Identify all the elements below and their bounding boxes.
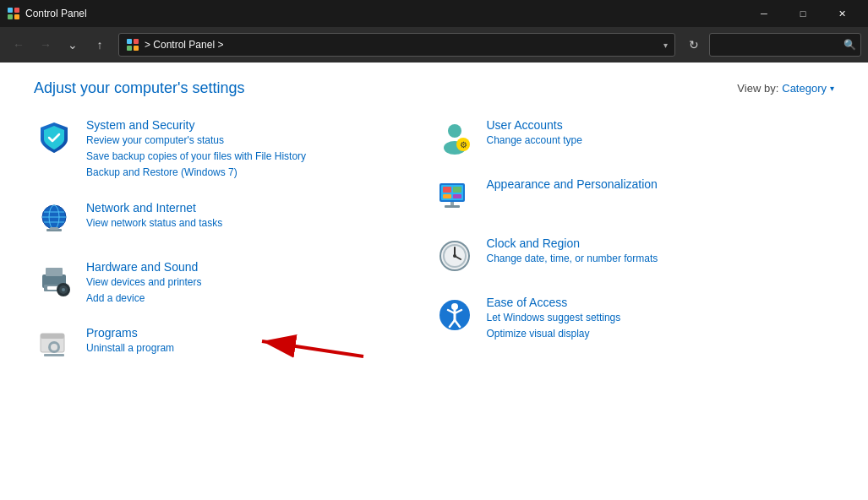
clock-region-item: Clock and Region Change date, time, or n… bbox=[434, 236, 835, 276]
svg-rect-2 bbox=[8, 14, 13, 19]
panel-grid: System and Security Review your computer… bbox=[34, 117, 834, 384]
system-security-icon bbox=[34, 117, 74, 158]
app-icon bbox=[7, 7, 20, 20]
svg-rect-3 bbox=[14, 14, 19, 19]
address-bar: ← → ⌄ ↑ > Control Panel > ▾ ↻ 🔍 bbox=[0, 27, 868, 62]
viewby-value[interactable]: Category bbox=[782, 82, 827, 95]
up-button[interactable]: ↑ bbox=[88, 33, 112, 57]
system-security-title[interactable]: System and Security bbox=[86, 118, 194, 132]
svg-rect-4 bbox=[127, 39, 132, 44]
system-security-link-3[interactable]: Backup and Restore (Windows 7) bbox=[86, 165, 434, 181]
viewby-dropdown-icon[interactable]: ▾ bbox=[830, 84, 834, 93]
user-accounts-link-1[interactable]: Change account type bbox=[487, 133, 835, 149]
svg-point-21 bbox=[62, 288, 65, 291]
main-content: Adjust your computer's settings View by:… bbox=[0, 62, 868, 500]
svg-rect-37 bbox=[450, 202, 454, 205]
window-title: Control Panel bbox=[25, 8, 87, 19]
programs-link-1[interactable]: Uninstall a program bbox=[86, 340, 434, 356]
titlebar-left: Control Panel bbox=[7, 7, 87, 20]
ease-access-item: Ease of Access Let Windows suggest setti… bbox=[434, 295, 835, 342]
search-input[interactable] bbox=[717, 39, 843, 51]
system-security-link-1[interactable]: Review your computer's status bbox=[86, 133, 434, 149]
svg-point-27 bbox=[448, 124, 461, 138]
appearance-item: Appearance and Personalization bbox=[434, 177, 835, 217]
user-accounts-text: User Accounts Change account type bbox=[487, 117, 835, 149]
svg-rect-14 bbox=[50, 227, 58, 230]
svg-rect-33 bbox=[443, 187, 451, 193]
appearance-icon bbox=[434, 177, 475, 217]
header-row: Adjust your computer's settings View by:… bbox=[34, 79, 834, 97]
clock-region-icon bbox=[434, 236, 475, 276]
appearance-text: Appearance and Personalization bbox=[487, 177, 835, 192]
hardware-sound-item: Hardware and Sound View devices and prin… bbox=[34, 259, 434, 307]
window-controls: ─ □ ✕ bbox=[745, 0, 861, 27]
hardware-sound-title[interactable]: Hardware and Sound bbox=[86, 260, 198, 274]
network-internet-link-1[interactable]: View network status and tasks bbox=[86, 215, 434, 231]
system-security-link-2[interactable]: Save backup copies of your files with Fi… bbox=[86, 149, 434, 165]
user-accounts-title[interactable]: User Accounts bbox=[487, 118, 563, 132]
programs-icon bbox=[34, 325, 74, 366]
search-box[interactable]: 🔍 bbox=[709, 33, 861, 57]
viewby-label: View by: bbox=[737, 82, 778, 95]
left-column: System and Security Review your computer… bbox=[34, 117, 434, 384]
hardware-sound-link-1[interactable]: View devices and printers bbox=[86, 274, 434, 291]
network-internet-text: Network and Internet View network status… bbox=[86, 200, 434, 231]
network-internet-title[interactable]: Network and Internet bbox=[86, 201, 196, 215]
refresh-button[interactable]: ↻ bbox=[682, 33, 706, 57]
svg-point-25 bbox=[51, 344, 57, 351]
address-dropdown-arrow[interactable]: ▾ bbox=[663, 41, 668, 50]
clock-region-text: Clock and Region Change date, time, or n… bbox=[487, 236, 835, 267]
right-column: ⚙ User Accounts Change account type bbox=[434, 117, 835, 384]
ease-access-text: Ease of Access Let Windows suggest setti… bbox=[487, 295, 835, 342]
page-title: Adjust your computer's settings bbox=[34, 79, 245, 97]
recent-locations-button[interactable]: ⌄ bbox=[61, 33, 85, 57]
clock-region-link-1[interactable]: Change date, time, or number formats bbox=[487, 251, 835, 267]
programs-text: Programs Uninstall a program bbox=[86, 325, 434, 356]
close-button[interactable]: ✕ bbox=[822, 0, 861, 27]
appearance-title[interactable]: Appearance and Personalization bbox=[487, 177, 658, 191]
hardware-sound-icon bbox=[34, 259, 74, 300]
forward-button[interactable]: → bbox=[34, 33, 57, 57]
maximize-button[interactable]: □ bbox=[783, 0, 822, 27]
view-by: View by: Category ▾ bbox=[737, 82, 834, 95]
svg-rect-38 bbox=[445, 205, 460, 208]
search-icon: 🔍 bbox=[843, 39, 856, 51]
address-text: > Control Panel > bbox=[145, 39, 658, 51]
svg-rect-26 bbox=[44, 354, 64, 356]
svg-rect-36 bbox=[453, 194, 461, 198]
system-security-text: System and Security Review your computer… bbox=[86, 117, 434, 182]
address-box[interactable]: > Control Panel > ▾ bbox=[118, 33, 675, 57]
hardware-sound-link-2[interactable]: Add a device bbox=[86, 291, 434, 307]
clock-region-title[interactable]: Clock and Region bbox=[487, 236, 581, 250]
svg-rect-16 bbox=[46, 268, 63, 276]
user-accounts-item: ⚙ User Accounts Change account type bbox=[434, 117, 835, 158]
svg-rect-34 bbox=[453, 187, 461, 193]
programs-title[interactable]: Programs bbox=[86, 326, 138, 340]
titlebar: Control Panel ─ □ ✕ bbox=[0, 0, 868, 27]
svg-rect-23 bbox=[41, 334, 64, 339]
hardware-sound-text: Hardware and Sound View devices and prin… bbox=[86, 259, 434, 307]
ease-access-title[interactable]: Ease of Access bbox=[487, 296, 568, 309]
svg-rect-5 bbox=[134, 39, 139, 44]
svg-rect-6 bbox=[127, 46, 132, 51]
system-security-item: System and Security Review your computer… bbox=[34, 117, 434, 182]
svg-text:⚙: ⚙ bbox=[459, 140, 467, 149]
svg-rect-1 bbox=[14, 8, 19, 13]
svg-point-45 bbox=[453, 254, 456, 258]
svg-rect-35 bbox=[443, 194, 451, 198]
user-accounts-icon: ⚙ bbox=[434, 117, 475, 158]
address-icon bbox=[126, 38, 139, 52]
svg-rect-7 bbox=[134, 46, 139, 51]
back-button[interactable]: ← bbox=[7, 33, 30, 57]
ease-access-link-2[interactable]: Optimize visual display bbox=[487, 326, 835, 342]
programs-item: Programs Uninstall a program bbox=[34, 325, 434, 366]
minimize-button[interactable]: ─ bbox=[745, 0, 783, 27]
network-internet-icon bbox=[34, 200, 74, 241]
ease-access-icon bbox=[434, 295, 475, 335]
ease-access-link-1[interactable]: Let Windows suggest settings bbox=[487, 310, 835, 326]
svg-rect-0 bbox=[8, 8, 13, 13]
network-internet-item: Network and Internet View network status… bbox=[34, 200, 434, 241]
